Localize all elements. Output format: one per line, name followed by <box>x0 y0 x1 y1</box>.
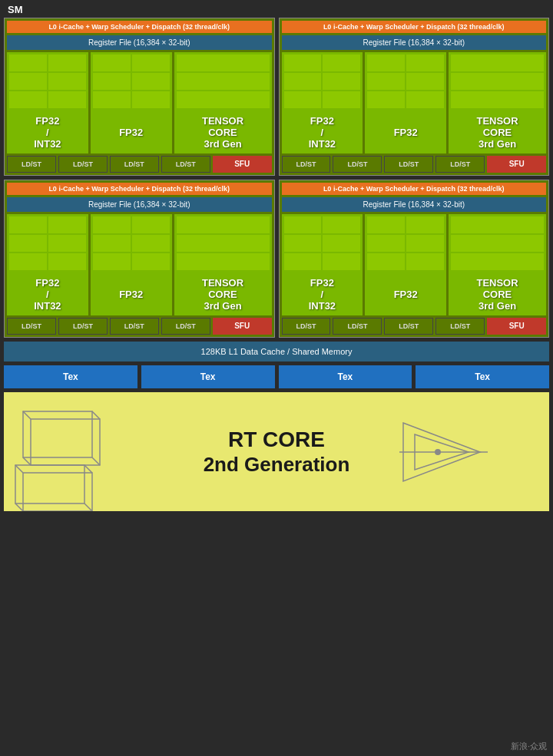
svg-rect-0 <box>23 411 92 457</box>
tensor-block-bl: TENSORCORE3rd Gen <box>174 214 272 315</box>
tensor-top-cells-tl <box>174 52 272 108</box>
sm-unit-top-left: L0 i-Cache + Warp Scheduler + Dispatch (… <box>4 18 275 176</box>
tensor-label-tr: TENSORCORE3rd Gen <box>476 115 518 150</box>
mini-cell <box>406 216 444 233</box>
fp32-int32-label-br: FP32/INT32 <box>309 277 336 312</box>
mini-cell <box>93 91 131 108</box>
ldst-3-br: LD/ST <box>384 318 433 335</box>
rt-core-line2: 2nd Generation <box>204 453 350 476</box>
fp32-top-cells-tr <box>282 52 363 108</box>
mini-cell <box>284 91 322 108</box>
mini-cell <box>367 235 405 252</box>
mini-cell <box>323 73 360 90</box>
mini-cell <box>406 91 444 108</box>
l0-cache-bar-tr: L0 i-Cache + Warp Scheduler + Dispatch (… <box>282 21 547 33</box>
tensor-block-tr: TENSORCORE3rd Gen <box>449 52 546 154</box>
fp32-int32-block-tr: FP32/INT32 <box>282 52 363 154</box>
bottom-row-tl: LD/ST LD/ST LD/ST LD/ST SFU <box>7 156 272 173</box>
fp32-top-cells2-bl <box>91 214 172 270</box>
mini-cell <box>9 54 47 71</box>
mini-cell <box>177 235 270 252</box>
fp32-top-cells-br <box>282 214 363 270</box>
l0-cache-bar-br: L0 i-Cache + Warp Scheduler + Dispatch (… <box>282 183 547 195</box>
mini-cell <box>177 253 270 270</box>
sm-unit-bottom-right: L0 i-Cache + Warp Scheduler + Dispatch (… <box>279 180 550 338</box>
mini-cell <box>367 73 405 90</box>
fp32-int32-block-tl: FP32/INT32 <box>7 52 88 154</box>
ldst-3-bl: LD/ST <box>110 318 159 335</box>
svg-line-8 <box>15 465 23 473</box>
mini-cell <box>48 253 86 270</box>
l0-cache-bar-bl: L0 i-Cache + Warp Scheduler + Dispatch (… <box>7 183 272 195</box>
rt-core-title: RT CORE 2nd Generation <box>204 428 350 477</box>
ldst-2-br: LD/ST <box>333 318 382 335</box>
tensor-label-area-br: TENSORCORE3rd Gen <box>449 273 546 315</box>
rt-core-section: RT CORE 2nd Generation <box>4 392 549 511</box>
mini-cell <box>451 73 544 90</box>
core-grid-tl: FP32/INT32 FP32 <box>7 52 272 154</box>
ldst-4-tr: LD/ST <box>435 156 485 173</box>
svg-rect-6 <box>15 465 84 503</box>
core-grid-tr: FP32/INT32 FP32 <box>282 52 547 154</box>
mini-cell <box>9 235 47 252</box>
fp32-block-tl: FP32 <box>91 52 172 154</box>
watermark: 新浪·众观 <box>511 741 547 752</box>
mini-cell <box>406 73 444 90</box>
mini-cell <box>323 91 360 108</box>
mini-cell <box>48 54 86 71</box>
fp32-label-area2-tl: FP32 <box>91 111 172 154</box>
mini-cell <box>9 73 47 90</box>
svg-line-9 <box>84 465 92 473</box>
fp32-int32-block-br: FP32/INT32 <box>282 214 363 315</box>
ldst-2-bl: LD/ST <box>58 318 108 335</box>
mini-cell <box>48 216 86 233</box>
svg-line-10 <box>15 503 23 511</box>
ldst-4-br: LD/ST <box>435 318 485 335</box>
tex-3: Tex <box>279 365 412 388</box>
mini-cell <box>367 253 405 270</box>
svg-line-4 <box>23 457 31 465</box>
mini-cell <box>323 253 360 270</box>
fp32-int32-label-tl: FP32/INT32 <box>34 115 61 150</box>
mini-cell <box>284 73 322 90</box>
sm-unit-top-right: L0 i-Cache + Warp Scheduler + Dispatch (… <box>279 18 550 176</box>
svg-point-15 <box>435 449 441 455</box>
mini-cell <box>93 235 131 252</box>
mini-cell <box>132 73 170 90</box>
mini-cell <box>323 216 360 233</box>
fp32-top-cells2-tl <box>91 52 172 108</box>
l1-cache-bar: 128KB L1 Data Cache / Shared Memory <box>4 342 549 361</box>
tensor-block-br: TENSORCORE3rd Gen <box>449 214 546 315</box>
mini-cell <box>48 73 86 90</box>
mini-cell <box>177 54 270 71</box>
sm-grid: L0 i-Cache + Warp Scheduler + Dispatch (… <box>4 18 549 338</box>
ldst-3-tr: LD/ST <box>384 156 433 173</box>
main-container: SM L0 i-Cache + Warp Scheduler + Dispatc… <box>0 0 553 756</box>
mini-cell <box>451 235 544 252</box>
ldst-4-bl: LD/ST <box>161 318 210 335</box>
mini-cell <box>93 73 131 90</box>
mini-cell <box>177 73 270 90</box>
mini-cell <box>284 253 322 270</box>
tensor-top-cells-tr <box>449 52 546 108</box>
fp32-top-cells-tl <box>7 52 88 108</box>
fp32-int32-label-bl: FP32/INT32 <box>34 277 61 312</box>
sfu-br: SFU <box>487 318 546 335</box>
mini-cell <box>284 54 322 71</box>
mini-cell <box>93 216 131 233</box>
svg-rect-7 <box>23 473 92 511</box>
bottom-row-br: LD/ST LD/ST LD/ST LD/ST SFU <box>282 318 547 335</box>
tensor-top-cells-br <box>449 214 546 270</box>
core-grid-bl: FP32/INT32 FP32 <box>7 214 272 315</box>
fp32-block-bl: FP32 <box>91 214 172 315</box>
svg-line-2 <box>23 411 31 419</box>
ldst-2-tl: LD/ST <box>58 156 108 173</box>
fp32-label-area2-tr: FP32 <box>365 111 446 154</box>
tensor-top-cells-bl <box>174 214 272 270</box>
fp32-label-area2-br: FP32 <box>365 273 446 315</box>
mini-cell <box>451 91 544 108</box>
ldst-3-tl: LD/ST <box>110 156 159 173</box>
fp32-top-cells2-tr <box>365 52 446 108</box>
mini-cell <box>132 253 170 270</box>
mini-cell <box>323 235 360 252</box>
